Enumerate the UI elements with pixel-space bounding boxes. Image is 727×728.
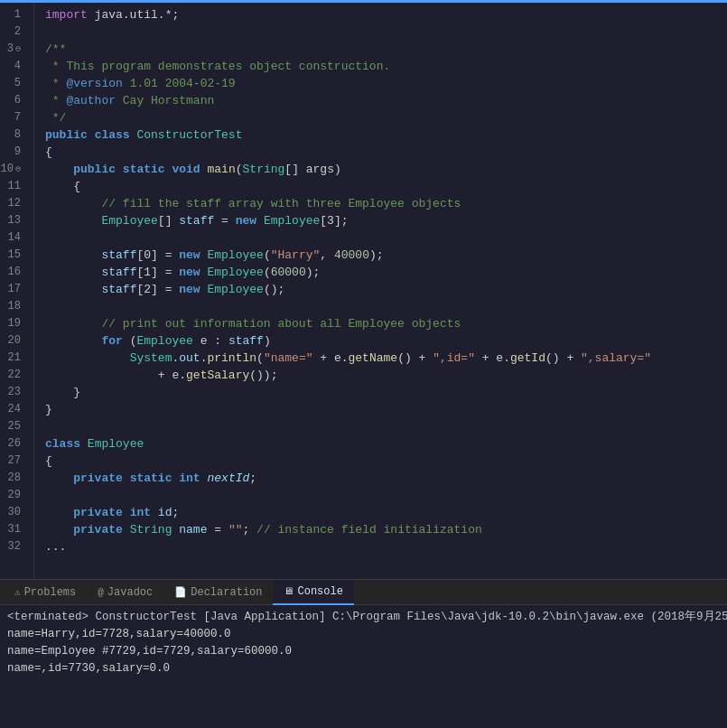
line-number-30: 30 [0, 504, 26, 521]
tab-icon-javadoc: @ [98, 580, 104, 605]
line-number-15: 15 [0, 247, 26, 264]
token: staff [101, 281, 136, 298]
line-number-6: 6 [0, 92, 26, 109]
token: static [130, 470, 172, 487]
token: . [200, 350, 208, 367]
tab-problems[interactable]: ⚠Problems [4, 580, 87, 605]
token: for [101, 332, 122, 350]
token: ( [256, 350, 264, 367]
line-number-13: 13 [0, 212, 26, 229]
tabs-bar[interactable]: ⚠Problems@Javadoc📄Declaration🖥Console [0, 580, 727, 605]
token [45, 195, 101, 212]
line-number-21: 21 [0, 350, 26, 367]
token: 1.01 2004-02-19 [123, 75, 236, 92]
code-line-22: + e.getSalary()); [45, 367, 727, 384]
token: ); [369, 247, 384, 264]
line-number-19: 19 [0, 315, 26, 332]
tab-declaration[interactable]: 📄Declaration [163, 580, 273, 605]
code-line-3: /** [45, 41, 727, 58]
token: staff [179, 212, 214, 229]
console-output-line-2: name=Employee #7729,id=7729,salary=60000… [7, 643, 720, 660]
token [123, 521, 130, 538]
token [45, 281, 101, 298]
token: This [66, 58, 94, 75]
token: Employee [264, 212, 320, 229]
line-number-5: 5 [0, 75, 26, 92]
line-number-26: 26 [0, 435, 26, 453]
line-number-1: 1 [0, 6, 26, 23]
code-line-20: for (Employee e : staff) [45, 332, 727, 350]
token [45, 521, 73, 538]
token: 40000 [334, 247, 369, 264]
tab-icon-problems: ⚠ [14, 580, 21, 605]
code-line-6: * @author Cay Horstmann [45, 92, 727, 109]
token: new [179, 264, 200, 281]
token: Employee [88, 435, 144, 453]
token: staff [101, 264, 136, 281]
token [172, 521, 179, 538]
line-number-17: 17 [0, 281, 26, 298]
token: static [123, 161, 165, 178]
token: */ [45, 109, 66, 126]
token: [] [158, 212, 179, 229]
code-line-14 [45, 229, 727, 247]
token: Cay Horstmann [116, 92, 214, 109]
token: ; [243, 521, 257, 538]
token: public [45, 126, 88, 144]
token [45, 247, 101, 264]
token: println [207, 350, 256, 367]
token: * [45, 58, 66, 75]
line-number-10: 10⊖ [0, 161, 26, 178]
token: new [179, 247, 200, 264]
code-line-8: public class ConstructorTest [45, 126, 727, 144]
code-line-28: private static int nextId; [45, 470, 727, 487]
line-number-20: 20 [0, 332, 26, 350]
token: * [45, 75, 66, 92]
code-line-25 [45, 418, 727, 435]
token: [1] = [136, 264, 179, 281]
console-terminated-line: <terminated> ConstructorTest [Java Appli… [7, 609, 720, 626]
token: ) [264, 332, 271, 350]
tab-label-declaration: Declaration [191, 580, 262, 605]
token [123, 470, 130, 487]
token: getSalary [186, 367, 249, 384]
token: out [179, 350, 200, 367]
token: Employee [207, 264, 263, 281]
line-number-27: 27 [0, 453, 26, 470]
token: nextId [207, 470, 249, 487]
bottom-panel: ⚠Problems@Javadoc📄Declaration🖥Console <t… [0, 579, 727, 728]
token: staff [101, 247, 136, 264]
tab-javadoc[interactable]: @Javadoc [87, 580, 163, 605]
token: { [45, 144, 52, 161]
tab-icon-declaration: 📄 [174, 580, 187, 605]
code-line-7: */ [45, 109, 727, 126]
token [45, 315, 101, 332]
line-numbers: 123⊖45678910⊖111213141516171819202122232… [0, 3, 34, 579]
token: () + [397, 350, 433, 367]
tab-icon-console: 🖥 [284, 579, 294, 604]
token: = [207, 521, 228, 538]
token: ",id=" [433, 350, 475, 367]
code-content[interactable]: import java.util.*; /** * This program d… [34, 3, 727, 579]
token [130, 126, 137, 144]
token: ( [264, 264, 271, 281]
token: String [243, 161, 285, 178]
code-line-4: * This program demonstrates object const… [45, 58, 727, 75]
line-number-7: 7 [0, 109, 26, 126]
line-number-29: 29 [0, 487, 26, 504]
token: "Harry" [271, 247, 321, 264]
token [88, 126, 95, 144]
tab-label-console: Console [297, 579, 342, 604]
line-number-11: 11 [0, 178, 26, 195]
token [45, 161, 73, 178]
token: new [236, 212, 256, 229]
token: (); [264, 281, 284, 298]
token: [] args) [284, 161, 340, 178]
token: + e. [45, 367, 186, 384]
token: int [179, 470, 200, 487]
token [45, 212, 101, 229]
token: + e. [313, 350, 349, 367]
console-content: <terminated> ConstructorTest [Java Appli… [0, 605, 727, 681]
line-number-12: 12 [0, 195, 26, 212]
tab-console[interactable]: 🖥Console [273, 580, 353, 605]
